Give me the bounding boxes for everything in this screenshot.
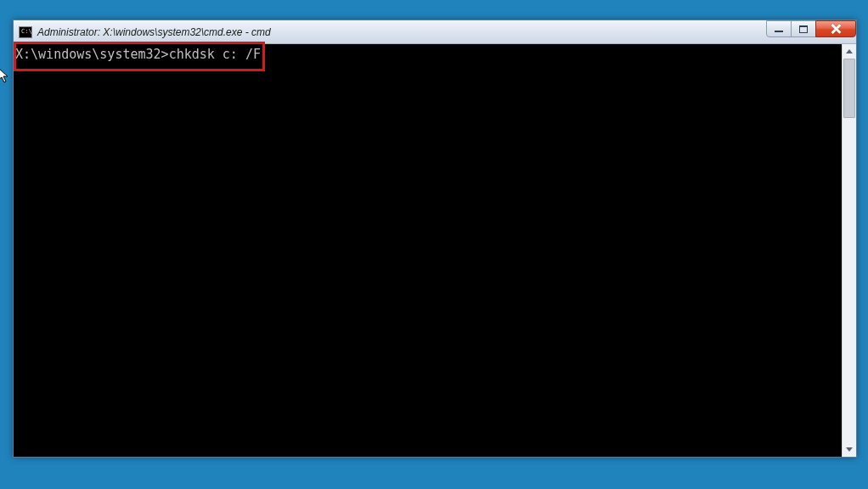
scroll-down-button[interactable]: [843, 442, 856, 457]
command-text: chkdsk c: /F: [169, 47, 261, 62]
console-content[interactable]: X:\windows\system32>chkdsk c: /F: [14, 44, 842, 457]
cmd-icon: C:\: [19, 26, 32, 38]
chevron-up-icon: [846, 49, 853, 53]
prompt-text: X:\windows\system32>: [15, 47, 169, 62]
chevron-down-icon: [846, 447, 853, 452]
vertical-scrollbar[interactable]: [842, 44, 856, 457]
console-area: X:\windows\system32>chkdsk c: /F: [14, 44, 856, 457]
close-button[interactable]: [815, 20, 856, 37]
scroll-thumb[interactable]: [843, 59, 855, 118]
scroll-track[interactable]: [843, 59, 856, 442]
maximize-button[interactable]: [791, 20, 816, 37]
scroll-up-button[interactable]: [843, 44, 856, 59]
minimize-button[interactable]: [766, 20, 792, 37]
close-icon: [831, 24, 841, 34]
mouse-cursor-icon: [0, 68, 12, 85]
minimize-icon: [775, 30, 783, 32]
command-prompt-window: C:\ Administrator: X:\windows\system32\c…: [13, 20, 857, 458]
window-title: Administrator: X:\windows\system32\cmd.e…: [37, 26, 271, 38]
console-line: X:\windows\system32>chkdsk c: /F: [14, 44, 842, 63]
titlebar[interactable]: C:\ Administrator: X:\windows\system32\c…: [14, 20, 856, 44]
window-controls: [767, 20, 856, 37]
maximize-icon: [799, 25, 808, 33]
